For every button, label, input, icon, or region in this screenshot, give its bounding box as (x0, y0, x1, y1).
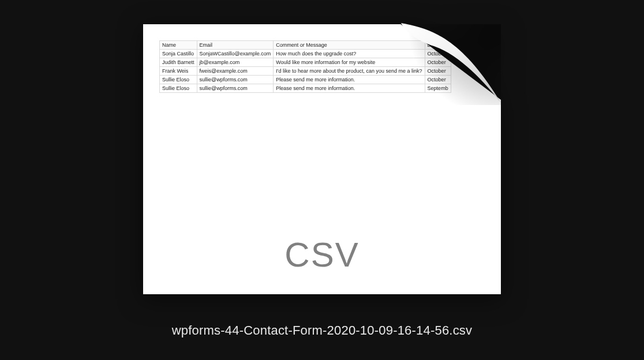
cell-comment: I'd like to hear more about the product,… (274, 67, 425, 76)
cell-comment: How much does the upgrade cost? (274, 50, 425, 58)
cell-email: SonjaWCastillo@example.com (197, 50, 274, 58)
cell-entry: October (425, 58, 451, 67)
cell-comment: Please send me more information. (274, 76, 425, 84)
csv-table: Name Email Comment or Message Entry Sonj… (159, 40, 451, 93)
cell-entry: Septemb (425, 84, 451, 93)
document-preview: Name Email Comment or Message Entry Sonj… (143, 24, 501, 294)
cell-name: Sullie Eloso (160, 76, 197, 84)
cell-comment: Would like more information for my websi… (274, 58, 425, 67)
file-type-label: CSV (284, 235, 359, 275)
cell-email: jb@example.com (197, 58, 274, 67)
table-row: Sullie Eloso sullie@wpforms.com Please s… (160, 76, 451, 84)
cell-email: fweis@example.com (197, 67, 274, 76)
cell-name: Sonja Castillo (160, 50, 197, 58)
cell-name: Sullie Eloso (160, 84, 197, 93)
col-entry: Entry (425, 41, 451, 50)
cell-name: Judith Barnett (160, 58, 197, 67)
cell-entry: October (425, 67, 451, 76)
cell-entry: October (425, 76, 451, 84)
cell-name: Frank Weis (160, 67, 197, 76)
col-name: Name (160, 41, 197, 50)
cell-entry: October (425, 50, 451, 58)
col-comment: Comment or Message (274, 41, 425, 50)
table-row: Frank Weis fweis@example.com I'd like to… (160, 67, 451, 76)
cell-email: sullie@wpforms.com (197, 84, 274, 93)
filename-label: wpforms-44-Contact-Form-2020-10-09-16-14… (172, 323, 472, 338)
table-row: Sonja Castillo SonjaWCastillo@example.co… (160, 50, 451, 58)
table-row: Sullie Eloso sullie@wpforms.com Please s… (160, 84, 451, 93)
table-header-row: Name Email Comment or Message Entry (160, 41, 451, 50)
col-email: Email (197, 41, 274, 50)
cell-comment: Please send me more information. (274, 84, 425, 93)
table-row: Judith Barnett jb@example.com Would like… (160, 58, 451, 67)
cell-email: sullie@wpforms.com (197, 76, 274, 84)
document-page: Name Email Comment or Message Entry Sonj… (143, 24, 501, 294)
